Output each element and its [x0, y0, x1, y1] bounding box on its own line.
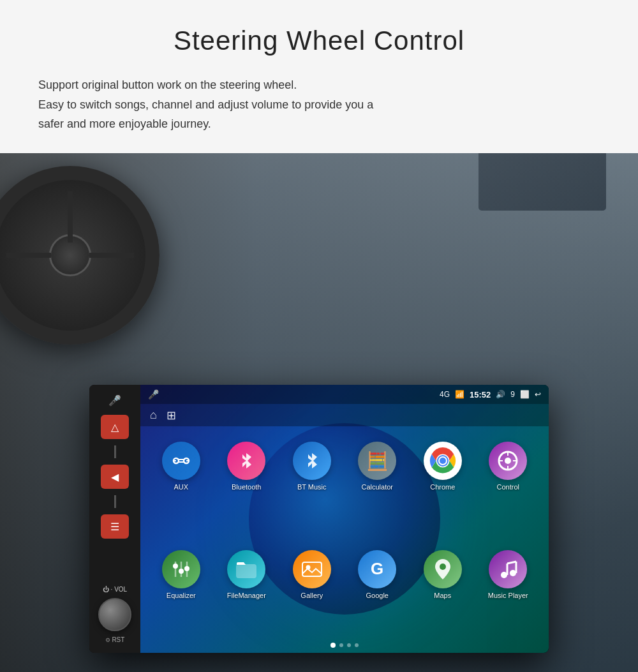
- svg-point-11: [505, 458, 511, 464]
- gallery-icon: [293, 550, 331, 588]
- volume-icon: 🔊: [496, 390, 505, 399]
- volume-knob[interactable]: [98, 598, 131, 631]
- status-right: 4G 📶 15:52 🔊 9 ⬜ ↩: [440, 390, 541, 399]
- google-icon: G: [358, 550, 396, 588]
- equalizer-icon: [162, 550, 200, 588]
- back-icon: ◀: [111, 471, 119, 483]
- status-left: 🎤: [148, 389, 159, 399]
- home-button[interactable]: △: [101, 415, 129, 439]
- svg-point-26: [440, 564, 446, 570]
- svg-point-9: [440, 458, 446, 464]
- equalizer-label: Equalizer: [167, 592, 196, 599]
- divider2: [114, 495, 116, 508]
- pagination-dots: [330, 643, 359, 648]
- chrome-icon: [424, 442, 462, 480]
- control-panel: 🎤 △ ◀ ☰ ⏻ · VOL ⚙ RST: [89, 385, 140, 653]
- control-icon: [489, 442, 527, 480]
- menu-icon: ☰: [110, 521, 119, 533]
- steering-spoke-left: [6, 253, 51, 258]
- battery-level: 9: [510, 390, 515, 399]
- google-label: Google: [366, 592, 389, 599]
- back-nav-icon: ↩: [535, 390, 541, 399]
- calculator-icon: 🧮: [358, 442, 396, 480]
- dashboard-detail: [478, 147, 606, 211]
- calculator-label: Calculator: [361, 483, 393, 491]
- dot-4: [355, 643, 359, 647]
- page-description: Support original button work on the stee…: [38, 75, 485, 134]
- app-item-music-player[interactable]: Music Player: [477, 522, 540, 627]
- app-item-google[interactable]: G Google: [346, 522, 409, 627]
- aux-label: AUX: [174, 483, 188, 491]
- window-icon: ⬜: [520, 390, 530, 399]
- music-player-label: Music Player: [488, 592, 528, 599]
- app-item-bt-music[interactable]: BT Music: [281, 414, 343, 519]
- svg-line-31: [507, 562, 516, 564]
- maps-label: Maps: [434, 592, 451, 599]
- svg-text:G: G: [371, 559, 383, 578]
- divider1: [114, 445, 116, 458]
- signal-bars: 📶: [455, 390, 464, 399]
- home-icon: △: [111, 421, 119, 433]
- status-bar: 🎤 4G 📶 15:52 🔊 9 ⬜ ↩: [140, 385, 549, 404]
- power-label: ⏻ · VOL: [103, 586, 127, 593]
- stereo-device: 🎤 △ ◀ ☰ ⏻ · VOL ⚙ RST: [89, 385, 549, 653]
- svg-point-20: [179, 569, 184, 574]
- dot-2: [339, 643, 343, 647]
- menu-button[interactable]: ☰: [101, 514, 129, 539]
- svg-point-21: [184, 566, 189, 571]
- bt-music-icon: [293, 442, 331, 480]
- power-section: ⏻ · VOL ⚙ RST: [98, 586, 131, 643]
- app-grid: AUX Bluetooth: [140, 407, 549, 634]
- steering-spoke-top: [68, 191, 73, 243]
- aux-icon: [162, 442, 200, 480]
- svg-rect-23: [302, 562, 322, 576]
- bluetooth-icon: [227, 442, 265, 480]
- maps-icon: [424, 550, 462, 588]
- status-time: 15:52: [470, 390, 491, 399]
- bluetooth-label: Bluetooth: [232, 483, 261, 491]
- chrome-label: Chrome: [430, 483, 455, 491]
- steering-wheel-area: [0, 166, 204, 389]
- app-item-chrome[interactable]: Chrome: [412, 414, 474, 519]
- app-item-gallery[interactable]: Gallery: [281, 522, 343, 627]
- app-item-filemanager[interactable]: FileManager: [216, 522, 278, 627]
- rst-label: ⚙ RST: [105, 636, 125, 643]
- svg-rect-22: [237, 565, 256, 578]
- steering-spoke-right: [89, 253, 134, 258]
- android-screen: ⌂ ⊞ 🎤 4G 📶 15:52 🔊 9 ⬜ ↩: [140, 385, 549, 653]
- top-section: Steering Wheel Control Support original …: [0, 0, 638, 153]
- app-item-aux[interactable]: AUX: [150, 414, 212, 519]
- dot-3: [347, 643, 351, 647]
- dot-1: [330, 643, 336, 648]
- music-player-icon: [489, 550, 527, 588]
- bt-music-label: BT Music: [297, 483, 327, 491]
- network-indicator: 4G: [440, 390, 450, 399]
- app-item-maps[interactable]: Maps: [412, 522, 474, 627]
- back-button[interactable]: ◀: [101, 465, 129, 489]
- filemanager-icon: [227, 550, 265, 588]
- svg-point-19: [173, 564, 178, 569]
- mic-icon: 🎤: [108, 394, 121, 407]
- app-item-control[interactable]: Control: [477, 414, 540, 519]
- gallery-label: Gallery: [300, 592, 323, 599]
- app-item-equalizer[interactable]: Equalizer: [150, 522, 212, 627]
- mic-status-icon: 🎤: [148, 389, 159, 399]
- screen-area: ⌂ ⊞ 🎤 4G 📶 15:52 🔊 9 ⬜ ↩: [140, 385, 549, 653]
- app-item-calculator[interactable]: 🧮 Calculator: [346, 414, 409, 519]
- car-background: 🎤 △ ◀ ☰ ⏻ · VOL ⚙ RST: [0, 128, 638, 672]
- page-title: Steering Wheel Control: [38, 26, 600, 56]
- app-item-bluetooth[interactable]: Bluetooth: [216, 414, 278, 519]
- control-label: Control: [497, 483, 519, 491]
- steering-wheel: [0, 166, 160, 345]
- filemanager-label: FileManager: [227, 592, 266, 599]
